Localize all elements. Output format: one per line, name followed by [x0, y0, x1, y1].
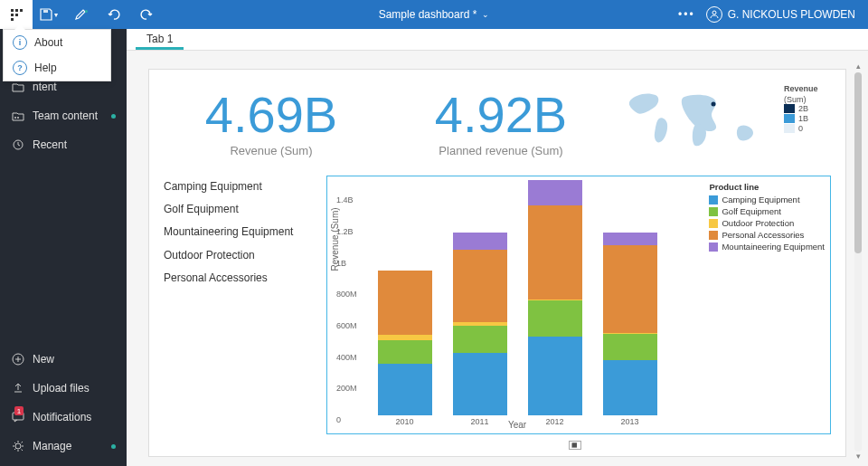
- bar-2013[interactable]: [603, 233, 657, 415]
- bar-segment: [378, 364, 432, 415]
- undo-button[interactable]: [98, 0, 130, 29]
- tab-tab1[interactable]: Tab 1: [136, 29, 184, 50]
- legend-title: Product line: [709, 182, 825, 192]
- kpi-label: Planned revenue (Sum): [393, 144, 609, 157]
- legend-swatch: [784, 114, 795, 123]
- bar-segment: [453, 326, 507, 352]
- sidebar-item-notifications[interactable]: 1 Notifications: [0, 403, 127, 432]
- y-tick: 600M: [336, 321, 357, 330]
- topbar: ▾ Sample dashboard * ⌄ ••• G. NICKOLUS P…: [0, 0, 868, 29]
- x-tick: 2010: [395, 417, 413, 426]
- map-widget[interactable]: Revenue (Sum) 2B 1B 0: [623, 84, 831, 155]
- legend-label: Camping Equipment: [722, 195, 799, 204]
- map-legend-title: Revenue: [784, 84, 818, 93]
- sidebar-item-label: New: [33, 353, 54, 366]
- legend-swatch: [709, 231, 718, 240]
- gear-icon: [11, 439, 25, 453]
- svg-point-13: [15, 443, 21, 449]
- dashboard-title: Sample dashboard *: [379, 8, 477, 21]
- tab-label: Tab 1: [146, 33, 173, 45]
- map-legend-subtitle: (Sum): [784, 95, 818, 104]
- redo-icon: [139, 8, 154, 21]
- kpi-revenue[interactable]: 4.69B Revenue (Sum): [164, 84, 379, 166]
- svg-point-7: [712, 11, 716, 14]
- bar-segment: [453, 353, 507, 415]
- bar-segment: [603, 334, 657, 360]
- sidebar-item-new[interactable]: New: [0, 345, 127, 374]
- dashboard-canvas: 4.69B Revenue (Sum) 4.92B Planned revenu…: [148, 69, 846, 457]
- bar-2010[interactable]: [378, 271, 432, 415]
- menu-about[interactable]: i About: [4, 30, 110, 55]
- topbar-right: ••• G. NICKOLUS PLOWDEN: [678, 6, 868, 23]
- list-item[interactable]: Personal Accessories: [164, 267, 316, 290]
- redo-button[interactable]: [130, 0, 163, 29]
- vertical-scrollbar[interactable]: ▴ ▾: [852, 62, 864, 462]
- svg-rect-1: [15, 9, 18, 12]
- bar-segment: [528, 300, 582, 337]
- sidebar-item-teamcontent[interactable]: Team content: [0, 101, 127, 130]
- save-button[interactable]: ▾: [33, 0, 65, 29]
- help-icon: ?: [13, 61, 27, 75]
- legend-label: Outdoor Protection: [722, 218, 794, 228]
- svg-rect-0: [11, 9, 14, 12]
- y-tick: 1.2B: [336, 227, 354, 236]
- user-menu[interactable]: G. NICKOLUS PLOWDEN: [706, 6, 855, 23]
- list-item[interactable]: Mountaineering Equipment: [164, 221, 316, 243]
- chevron-down-icon: ⌄: [482, 10, 489, 19]
- legend-label: Mountaineering Equipment: [722, 242, 825, 252]
- info-icon: i: [13, 35, 27, 50]
- plus-icon: [11, 352, 25, 366]
- svg-rect-2: [20, 9, 23, 12]
- svg-point-9: [17, 117, 19, 119]
- svg-rect-4: [15, 14, 18, 16]
- title-area[interactable]: Sample dashboard * ⌄: [379, 8, 490, 21]
- kpi-label: Revenue (Sum): [164, 144, 379, 157]
- y-tick: 1B: [336, 259, 346, 268]
- sidebar-item-label: Upload files: [33, 382, 90, 395]
- scroll-down-arrow-icon[interactable]: ▾: [852, 452, 864, 462]
- legend-label: 2B: [798, 104, 808, 113]
- sidebar-bottom: New Upload files 1 Notifications Manage: [0, 345, 127, 461]
- bar-segment: [378, 340, 432, 364]
- sidebar-item-upload[interactable]: Upload files: [0, 374, 127, 403]
- bar-2012[interactable]: [528, 180, 582, 415]
- scroll-up-arrow-icon[interactable]: ▴: [852, 62, 864, 72]
- y-tick: 400M: [336, 353, 357, 362]
- kpi-value: 4.69B: [164, 90, 379, 140]
- chart-row: Camping Equipment Golf Equipment Mountai…: [164, 176, 831, 434]
- y-tick: 0: [336, 415, 341, 424]
- bar-segment: [378, 271, 432, 335]
- more-button[interactable]: •••: [678, 8, 695, 21]
- bar-segment: [528, 337, 582, 415]
- active-dot-icon: [111, 444, 116, 449]
- sidebar-item-recent[interactable]: Recent: [0, 130, 127, 159]
- kpi-planned-revenue[interactable]: 4.92B Planned revenue (Sum): [393, 84, 609, 166]
- svg-point-14: [712, 102, 716, 107]
- bar-segment: [603, 360, 657, 415]
- app-menu-dropdown: i About ? Help: [3, 29, 111, 81]
- sidebar-item-manage[interactable]: Manage: [0, 432, 127, 461]
- chevron-down-icon: ▾: [54, 11, 58, 19]
- list-item[interactable]: Outdoor Protection: [164, 244, 316, 267]
- world-map-icon: [623, 84, 777, 155]
- active-dot-icon: [111, 114, 116, 119]
- stacked-bar-chart[interactable]: Product line Camping Equipment Golf Equi…: [326, 176, 831, 434]
- legend-label: 1B: [798, 114, 808, 123]
- list-item[interactable]: Golf Equipment: [164, 198, 316, 221]
- edit-button[interactable]: [65, 0, 98, 29]
- list-item[interactable]: Camping Equipment: [164, 176, 316, 198]
- x-tick: 2011: [470, 417, 488, 426]
- sidebar-item-label: Team content: [33, 109, 98, 122]
- product-line-list[interactable]: Camping Equipment Golf Equipment Mountai…: [164, 176, 316, 434]
- legend-swatch: [709, 195, 718, 204]
- x-tick: 2012: [545, 417, 563, 426]
- folder-icon: [11, 80, 25, 94]
- bar-2011[interactable]: [453, 233, 507, 415]
- team-folder-icon: [11, 109, 25, 123]
- data-table-icon[interactable]: ▦: [569, 441, 581, 450]
- svg-rect-6: [43, 10, 48, 13]
- scrollbar-thumb[interactable]: [854, 72, 862, 253]
- x-tick: 2013: [620, 417, 638, 426]
- bar-segment: [528, 180, 582, 205]
- menu-help[interactable]: ? Help: [4, 55, 110, 81]
